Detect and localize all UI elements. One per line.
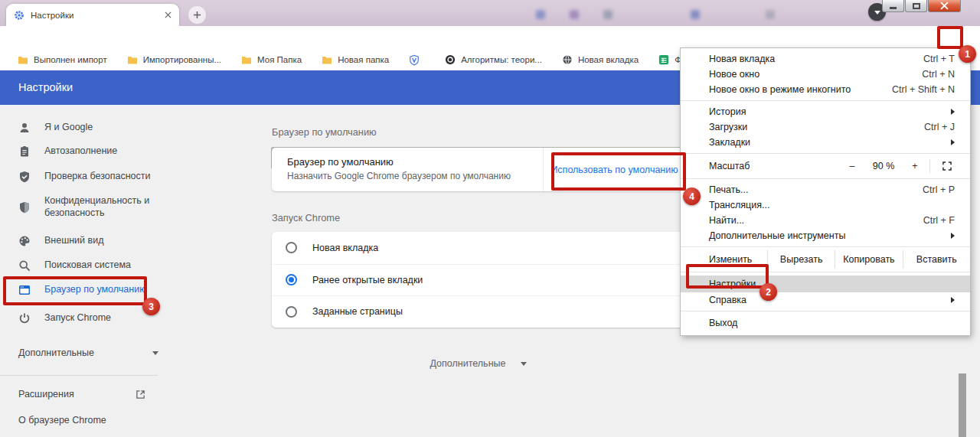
close-icon xyxy=(940,2,949,10)
radio-unselected-icon[interactable] xyxy=(286,242,297,253)
sidebar-item-safety-check[interactable]: Проверка безопасности xyxy=(0,164,265,189)
fullscreen-button[interactable] xyxy=(933,161,961,171)
menu-item-help[interactable]: Справка xyxy=(681,292,970,308)
sidebar-item-me-and-google[interactable]: Я и Google xyxy=(0,116,265,139)
browser-toolbar: Chrome chrome://settings/defaultBrowser … xyxy=(0,26,980,49)
annotation-step1-badge: 1 xyxy=(959,45,976,63)
paste-button[interactable]: Вставить xyxy=(903,250,970,269)
sidebar-item-appearance[interactable]: Внешний вид xyxy=(0,229,265,253)
sheets-icon xyxy=(658,54,669,65)
menu-vertical-divider xyxy=(929,159,930,173)
shield-bookmark-icon xyxy=(409,54,420,66)
maximize-button[interactable] xyxy=(905,0,927,12)
menu-item-new-window[interactable]: Новое окно Ctrl + N xyxy=(681,67,970,82)
bookmark-folder[interactable]: Выполнен импорт xyxy=(8,49,117,70)
bookmark-shield[interactable] xyxy=(399,49,435,70)
tab-close-icon[interactable] xyxy=(165,11,172,18)
copy-button[interactable]: Копировать xyxy=(835,250,902,269)
new-tab-button[interactable] xyxy=(188,6,206,24)
shield-half-icon xyxy=(18,201,31,214)
bookmark-site[interactable]: Алгоритмы: теори... xyxy=(435,49,552,70)
annotation-step2-badge: 2 xyxy=(760,283,777,301)
window-controls xyxy=(882,0,961,12)
background-blur-dot xyxy=(603,10,612,19)
menu-separator xyxy=(681,246,970,247)
menu-separator xyxy=(681,178,970,179)
background-blur-dot xyxy=(766,10,775,19)
person-icon xyxy=(18,122,31,134)
sidebar-item-about[interactable]: О браузере Chrome xyxy=(0,409,265,432)
bookmark-folder[interactable]: Импортированны... xyxy=(117,49,231,70)
menu-item-cast[interactable]: Трансляция... xyxy=(681,197,970,213)
sidebar-item-startup[interactable]: Запуск Chrome xyxy=(0,305,265,331)
menu-item-settings[interactable]: Настройки xyxy=(681,276,970,292)
search-icon xyxy=(18,259,31,272)
menu-item-more-tools[interactable]: Дополнительные инструменты xyxy=(681,228,970,243)
chevron-down-icon xyxy=(521,362,527,366)
bookmark-label: Алгоритмы: теори... xyxy=(461,55,542,64)
zoom-out-button[interactable]: – xyxy=(841,161,864,171)
menu-item-find[interactable]: Найти... Ctrl + F xyxy=(681,213,970,228)
background-blur-dot xyxy=(570,10,579,19)
radio-selected-icon[interactable] xyxy=(286,274,297,285)
edit-label: Изменить xyxy=(681,250,767,269)
submenu-arrow-icon xyxy=(951,297,955,303)
power-icon xyxy=(18,312,31,324)
menu-item-history[interactable]: История xyxy=(681,104,970,119)
radio-unselected-icon[interactable] xyxy=(286,306,297,318)
folder-icon xyxy=(241,55,252,64)
minimize-button[interactable] xyxy=(882,0,904,12)
menu-separator xyxy=(681,153,970,154)
sidebar-item-extensions[interactable]: Расширения xyxy=(0,383,265,406)
menu-item-incognito[interactable]: Новое окно в режиме инкогнито Ctrl + Shi… xyxy=(681,82,970,97)
dark-site-icon xyxy=(445,54,456,65)
advanced-footer-toggle[interactable]: Дополнительные xyxy=(272,358,685,369)
startup-option-specific-pages[interactable]: Заданные страницы xyxy=(272,295,685,328)
palette-icon xyxy=(18,235,31,247)
menu-item-new-tab[interactable]: Новая вкладка Ctrl + T xyxy=(681,51,970,67)
menu-item-downloads[interactable]: Загрузки Ctrl + J xyxy=(681,119,970,135)
bookmark-label: Новая папка xyxy=(338,55,389,64)
bookmark-label: Импортированны... xyxy=(143,55,221,64)
bookmark-site[interactable]: Новая вкладка xyxy=(552,49,648,70)
make-default-button[interactable]: Использовать по умолчанию xyxy=(543,148,685,191)
menu-separator xyxy=(681,311,970,311)
close-button[interactable] xyxy=(928,0,961,12)
sidebar-advanced-toggle[interactable]: Дополнительные xyxy=(0,341,265,364)
browser-app-menu: Новая вкладка Ctrl + T Новое окно Ctrl +… xyxy=(680,47,971,336)
globe-icon xyxy=(562,54,573,65)
page-scrollbar-thumb[interactable] xyxy=(959,373,966,437)
chevron-down-icon xyxy=(152,351,158,355)
default-browser-heading: Браузер по умолчанию xyxy=(272,126,377,138)
maximize-icon xyxy=(913,3,920,9)
sidebar-item-search-engine[interactable]: Поисковая система xyxy=(0,253,265,278)
sidebar-divider xyxy=(0,375,158,376)
settings-sidebar: Я и Google Автозаполнение Проверка безоп… xyxy=(0,105,265,437)
sidebar-item-autofill[interactable]: Автозаполнение xyxy=(0,139,265,164)
menu-item-bookmarks[interactable]: Закладки xyxy=(681,135,970,150)
tab-title: Настройки xyxy=(31,11,165,20)
bookmark-folder[interactable]: Моя Папка xyxy=(231,49,312,70)
sidebar-item-default-browser[interactable]: Браузер по умолчанию xyxy=(0,278,265,302)
plus-icon xyxy=(193,11,201,19)
submenu-arrow-icon xyxy=(951,139,955,145)
zoom-value: 90 % xyxy=(864,161,903,171)
settings-gear-favicon-icon xyxy=(14,10,24,21)
menu-separator xyxy=(681,100,970,101)
startup-option-new-tab[interactable]: Новая вкладка xyxy=(272,232,685,264)
menu-item-exit[interactable]: Выход xyxy=(681,315,970,331)
browser-tab[interactable]: Настройки xyxy=(6,4,179,26)
external-link-icon xyxy=(136,390,145,399)
menu-item-print[interactable]: Печать... Ctrl + P xyxy=(681,182,970,197)
annotation-step4-badge: 4 xyxy=(683,188,701,205)
shield-check-icon xyxy=(18,171,31,183)
bookmark-label: Новая вкладка xyxy=(578,55,639,64)
cut-button[interactable]: Вырезать xyxy=(767,250,835,269)
chevron-down-icon xyxy=(874,11,880,15)
submenu-arrow-icon xyxy=(951,233,955,239)
bookmark-folder[interactable]: Новая папка xyxy=(312,49,399,70)
zoom-in-button[interactable]: + xyxy=(903,161,926,171)
startup-option-continue[interactable]: Ранее открытые вкладки xyxy=(272,264,685,296)
sidebar-item-privacy[interactable]: Конфиденциальность и безопасность xyxy=(0,189,265,226)
menu-item-zoom: Масштаб – 90 % + xyxy=(681,157,970,175)
